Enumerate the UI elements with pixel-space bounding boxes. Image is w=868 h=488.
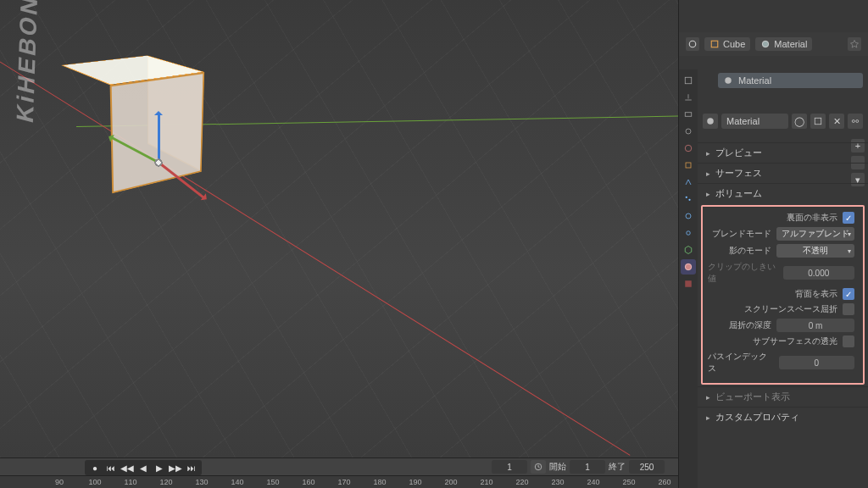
dropdown-shadow-mode[interactable]: 不透明▾ — [776, 244, 854, 258]
frame-range-controls: 1 開始 1 終了 250 — [492, 460, 665, 474]
tab-scene[interactable] — [681, 124, 696, 139]
tab-world[interactable] — [681, 141, 696, 156]
tab-material[interactable] — [681, 259, 696, 274]
row-clip-threshold: クリップのしきい値 0.000 — [706, 259, 860, 286]
checkbox-screen-refraction[interactable]: ✓ — [843, 303, 854, 315]
mesh-cube[interactable] — [81, 68, 216, 203]
svg-rect-1 — [711, 41, 718, 47]
tab-modifiers[interactable] — [681, 175, 696, 190]
label-backface-culling: 裏面の非表示 — [787, 212, 837, 224]
new-material-button[interactable] — [810, 114, 826, 129]
tab-physics[interactable] — [681, 208, 696, 224]
section-viewport-label: ビューポート表示 — [715, 391, 790, 403]
section-custom-props-label: カスタムプロパティ — [715, 411, 799, 424]
timeline-ruler[interactable]: 9010011012013014015016017018019020021022… — [0, 475, 678, 488]
svg-point-8 — [686, 197, 687, 198]
tab-output[interactable] — [681, 90, 696, 105]
pin-icon[interactable] — [848, 37, 861, 51]
svg-point-10 — [686, 214, 691, 219]
svg-point-2 — [763, 41, 770, 47]
jump-end-button[interactable]: ⏭ — [185, 462, 198, 474]
current-frame-value: 1 — [507, 463, 512, 472]
svg-point-5 — [686, 129, 691, 134]
ruler-tick: 90 — [55, 478, 64, 486]
ruler-tick: 250 — [622, 478, 635, 486]
viewport-3d[interactable]: KiHEBON — [0, 0, 678, 458]
breadcrumb-object[interactable]: Cube — [704, 37, 750, 51]
tab-particles[interactable] — [681, 191, 696, 207]
tab-constraints[interactable] — [681, 225, 696, 241]
disclosure-triangle-icon: ▸ — [706, 393, 710, 402]
material-slot-name: Material — [738, 75, 771, 86]
svg-point-0 — [689, 41, 696, 47]
checkbox-sss-translucency[interactable]: ✓ — [843, 336, 854, 347]
label-show-backface: 背面を表示 — [795, 288, 837, 300]
properties-panel: Cube Material Material + − — [678, 0, 868, 488]
svg-rect-4 — [685, 113, 692, 117]
section-preview[interactable]: ▸プレビュー — [698, 142, 868, 163]
end-frame-value: 250 — [640, 463, 654, 472]
row-show-backface: 背面を表示 ✓ — [706, 286, 860, 302]
scene-icon[interactable] — [686, 37, 699, 51]
material-name-field[interactable]: Material — [721, 114, 788, 129]
label-screen-refraction: スクリーンスペース屈折 — [744, 303, 837, 315]
keyframe-prev-button[interactable]: ◀◀ — [120, 462, 134, 474]
checkbox-show-backface[interactable]: ✓ — [843, 288, 854, 300]
dropdown-blend-mode[interactable]: アルファブレンド▾ — [776, 227, 854, 241]
section-custom-properties[interactable]: ▸カスタムプロパティ — [698, 407, 868, 427]
field-clip-threshold[interactable]: 0.000 — [783, 266, 854, 280]
disclosure-triangle-icon: ▸ — [706, 169, 710, 178]
row-sss-translucency: サブサーフェスの透光 ✓ — [706, 334, 860, 349]
tab-data[interactable] — [681, 242, 696, 258]
properties-header-spacer — [679, 0, 868, 32]
fake-user-button[interactable]: ◯ — [792, 114, 807, 129]
gizmo-origin[interactable] — [153, 158, 164, 168]
svg-point-17 — [856, 120, 859, 123]
tab-view-layer[interactable] — [681, 107, 696, 122]
section-surface-label: サーフェス — [715, 167, 762, 180]
section-volume-label: ボリューム — [715, 187, 762, 200]
breadcrumb-material[interactable]: Material — [755, 37, 812, 51]
label-refraction-depth: 屈折の深度 — [729, 319, 771, 331]
value-pass-index: 0 — [815, 358, 820, 368]
material-slot[interactable]: Material — [718, 73, 863, 88]
node-toggle-button[interactable] — [848, 114, 863, 129]
checkbox-backface-culling[interactable]: ✓ — [843, 212, 854, 224]
start-frame-field[interactable]: 1 — [570, 460, 605, 474]
keyframe-next-button[interactable]: ▶▶ — [169, 462, 182, 474]
breadcrumb-object-label: Cube — [723, 39, 745, 49]
end-frame-field[interactable]: 250 — [629, 460, 665, 474]
row-shadow-mode: 影のモード 不透明▾ — [706, 242, 860, 259]
chevron-down-icon: ▾ — [848, 247, 851, 255]
disclosure-triangle-icon: ▸ — [706, 149, 710, 158]
ruler-tick: 160 — [302, 478, 314, 486]
jump-start-button[interactable]: ⏮ — [104, 462, 118, 474]
play-reverse-button[interactable]: ◀ — [136, 462, 150, 474]
tab-object[interactable] — [681, 158, 696, 173]
tab-texture[interactable] — [681, 276, 696, 291]
play-button[interactable]: ▶ — [153, 462, 166, 474]
section-surface[interactable]: ▸サーフェス — [698, 163, 868, 183]
field-refraction-depth[interactable]: 0 m — [776, 319, 854, 332]
start-label: 開始 — [549, 461, 566, 473]
ruler-tick: 120 — [159, 478, 172, 486]
clock-icon[interactable] — [531, 460, 546, 474]
material-browse-button[interactable] — [703, 114, 718, 129]
section-viewport-display[interactable]: ▸ビューポート表示 — [698, 386, 868, 407]
section-preview-label: プレビュー — [715, 147, 762, 159]
timeline: ● ⏮ ◀◀ ◀ ▶ ▶▶ ⏭ 1 開始 1 終了 250 9010011012… — [0, 458, 678, 488]
value-shadow-mode: 不透明 — [803, 245, 828, 257]
breadcrumb-material-label: Material — [774, 39, 807, 49]
cube-icon — [709, 39, 720, 49]
ruler-tick: 210 — [480, 478, 492, 486]
gizmo-axis-z[interactable] — [158, 114, 160, 163]
start-frame-value: 1 — [585, 463, 590, 472]
svg-rect-15 — [815, 118, 821, 125]
current-frame-field[interactable]: 1 — [492, 460, 527, 474]
value-clip-threshold: 0.000 — [808, 269, 829, 278]
field-pass-index[interactable]: 0 — [779, 356, 854, 369]
auto-keying-button[interactable]: ● — [88, 462, 102, 474]
section-volume[interactable]: ▸ボリューム — [698, 183, 868, 203]
tab-render[interactable] — [681, 73, 696, 88]
unlink-material-button[interactable]: ✕ — [829, 114, 844, 129]
